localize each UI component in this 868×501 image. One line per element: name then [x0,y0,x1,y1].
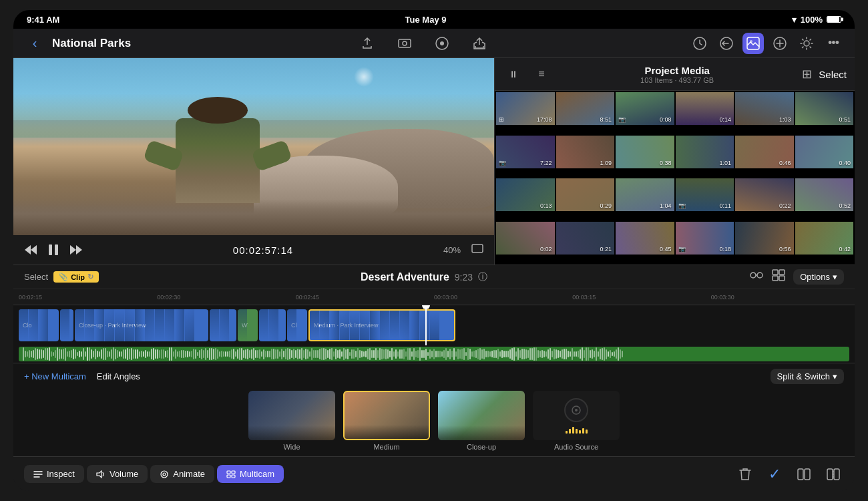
battery-icon [827,16,841,23]
media-thumb[interactable]: 0:42 [795,222,854,255]
volume-label: Volume [110,469,138,479]
multicam-button[interactable]: Multicam [217,465,284,483]
thumb-duration: 0:46 [779,160,791,166]
project-title: National Parks [52,37,131,50]
options-button[interactable]: Options ▾ [793,269,844,285]
media-thumb[interactable]: 0:45 [616,222,674,255]
play-pause-button[interactable] [48,244,59,256]
angle-video-medium [343,391,430,440]
timeline-clip[interactable]: Cl [287,309,307,341]
media-thumb[interactable]: 0:38 [616,136,674,168]
status-time: 9:41 AM [27,15,59,25]
media-thumb[interactable]: 📷0:18 [676,222,734,255]
inspect-button[interactable]: Inspect [24,465,84,483]
info-icon[interactable]: ⓘ [478,271,487,283]
status-date: Tue May 9 [405,15,447,25]
display-button[interactable] [796,33,817,54]
grid-icon[interactable] [772,269,785,285]
media-thumb[interactable]: 1:01 [676,136,734,168]
angle-label-wide: Wide [283,443,300,451]
export-button[interactable] [357,33,378,54]
media-thumb[interactable]: ⊞17:08 [496,92,555,125]
clock-button[interactable] [689,33,710,54]
undo-button[interactable] [716,33,737,54]
thumb-duration: 0:38 [660,160,672,166]
connect-icon[interactable] [749,269,764,285]
angle-thumb-audio[interactable]: Audio Source [533,391,620,451]
svg-rect-13 [55,244,58,255]
timeline-clip[interactable]: Close-up · Park Interview [75,309,208,341]
svg-rect-0 [399,39,411,47]
voice-button[interactable] [431,33,453,54]
media-list-button[interactable]: ≡ [531,63,552,85]
rewind-button[interactable] [24,244,37,255]
media-thumb[interactable]: 0:02 [496,222,555,255]
media-thumb[interactable]: 📷0:08 [616,92,674,125]
media-thumb[interactable]: 0:40 [795,136,854,168]
svg-point-1 [403,41,407,45]
media-thumb[interactable]: 1:03 [735,92,794,125]
media-grid-button[interactable]: ⊞ [802,67,812,81]
edit-angles-button[interactable]: Edit Angles [97,371,140,381]
confirm-button[interactable]: ✓ [764,464,785,485]
fast-forward-button[interactable] [69,244,83,255]
new-multicam-button[interactable]: + New Multicam [24,371,86,381]
timeline-clip[interactable]: W [238,309,258,341]
svg-rect-22 [773,276,778,281]
angle-video-closeup [438,391,525,440]
angle-label-audio: Audio Source [554,443,598,451]
timeline-clip[interactable]: Clo [19,309,59,341]
media-thumb[interactable]: 0:22 [735,178,794,211]
thumb-duration: 0:40 [839,160,851,166]
ruler-mark: 00:02:30 [157,294,295,301]
animate-label: Animate [173,469,205,479]
media-thumb[interactable]: 0:56 [735,222,794,255]
fit-button[interactable] [471,244,483,256]
angle-thumb-closeup[interactable]: Close-up [438,391,525,451]
bottom-toolbar: InspectVolumeAnimateMulticam ✓ [13,456,855,491]
svg-point-3 [440,41,444,45]
delete-button[interactable] [734,464,756,485]
timeline-clip[interactable] [210,309,236,341]
svg-point-9 [804,41,809,46]
media-thumb[interactable]: 📷7:22 [496,136,555,168]
more-button[interactable]: ••• [823,33,844,54]
timecode-display: 00:02:57:14 [93,244,433,256]
ruler-mark: 00:03:30 [711,294,849,301]
svg-marker-14 [70,245,76,255]
media-thumb[interactable]: 1:09 [556,136,615,168]
photos-button[interactable] [742,33,764,54]
back-button[interactable]: ‹ [24,33,45,54]
timeline-clip[interactable]: Medium · Park Interview [308,309,455,341]
media-thumb[interactable]: 0:46 [735,136,794,168]
media-pause-button[interactable]: ⏸ [503,63,524,85]
animate-button[interactable]: Animate [150,465,214,483]
camera-button[interactable] [394,33,415,54]
angle-thumb-wide[interactable]: Wide [248,391,335,451]
media-select-button[interactable]: Select [819,69,847,80]
media-thumb[interactable]: 0:51 [795,92,854,125]
video-preview [13,58,494,235]
thumb-duration: 0:42 [839,246,851,253]
magic-button[interactable] [769,33,791,54]
timeline-clip[interactable] [60,309,73,341]
split-left-button[interactable] [793,464,815,485]
media-thumb[interactable]: 8:51 [556,92,615,125]
timeline-clip[interactable] [259,309,286,341]
split-switch-button[interactable]: Split & Switch ▾ [771,369,844,384]
share-button[interactable] [469,33,490,54]
angle-video-wide [248,391,335,440]
media-thumb[interactable]: 0:14 [676,92,734,125]
media-thumb[interactable]: 0:21 [556,222,615,255]
media-thumb[interactable]: 📷0:11 [676,178,734,211]
thumb-duration: 1:04 [660,202,672,209]
media-thumb[interactable]: 1:04 [616,178,674,211]
media-thumb[interactable]: 0:52 [795,178,854,211]
media-thumb[interactable]: 0:13 [496,178,555,211]
split-right-button[interactable] [823,464,844,485]
volume-button[interactable]: Volume [87,465,148,483]
thumb-duration: 0:13 [540,202,552,209]
multicam-section: + New Multicam Edit Angles Split & Switc… [13,363,855,456]
angle-thumb-medium[interactable]: Medium [343,391,430,451]
media-thumb[interactable]: 0:29 [556,178,615,211]
